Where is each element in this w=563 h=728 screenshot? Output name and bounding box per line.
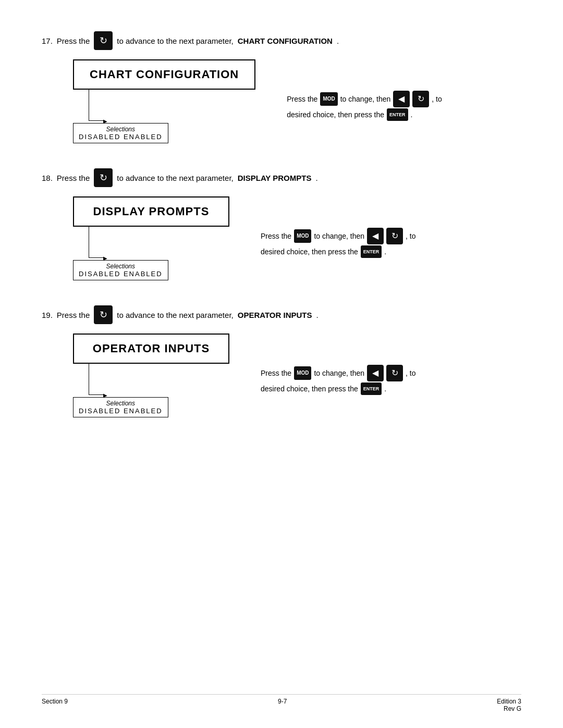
step-18-instr2-suf: . xyxy=(384,244,386,259)
footer-page: 9-7 xyxy=(278,698,287,712)
step-17-refresh-button[interactable]: ↻ xyxy=(412,91,429,107)
step-17-instr1-mid: to change, then xyxy=(340,92,391,106)
step-18-selections-label: Selections xyxy=(79,263,163,270)
step-18-mod-button[interactable]: MOD xyxy=(294,229,311,243)
footer-edition: Edition 3 xyxy=(497,698,521,705)
step-18-number: 18. xyxy=(42,174,53,182)
step-19-param-title: OPERATOR INPUTS xyxy=(93,342,210,355)
step-17-instr-line2: desired choice, then press the ENTER . xyxy=(287,107,442,122)
step-18-intro: 18. Press the ↻ to advance to the next p… xyxy=(42,168,521,187)
step-18-param-name: DISPLAY PROMPTS xyxy=(238,174,312,182)
step-17-instr-line1: Press the MOD to change, then ◀ ↻ , to xyxy=(287,91,442,107)
page-footer: Section 9 9-7 Edition 3 Rev G xyxy=(42,694,521,712)
step-19-mod-button[interactable]: MOD xyxy=(294,366,311,380)
step-19-param-box: OPERATOR INPUTS xyxy=(73,334,229,364)
step-18-instructions: Press the MOD to change, then ◀ ↻ , to d… xyxy=(261,196,415,259)
step-19-instr2-suf: . xyxy=(384,381,386,396)
step-17-selections-box: Selections DISABLED ENABLED xyxy=(73,123,168,143)
step-18-selections-values: DISABLED ENABLED xyxy=(79,270,163,278)
step-18-param-left: DISPLAY PROMPTS Selections DISABLED ENAB… xyxy=(73,196,229,280)
step-19-arrow-left-button[interactable]: ◀ xyxy=(367,365,384,381)
step-18-param-box: DISPLAY PROMPTS xyxy=(73,196,229,227)
step-18-block: 18. Press the ↻ to advance to the next p… xyxy=(42,168,521,280)
step-19-connector-line xyxy=(89,364,104,395)
step-17-instr1-pre: Press the xyxy=(287,92,317,106)
step-19-refresh-button[interactable]: ↻ xyxy=(386,365,403,381)
step-19-instr2-pre: desired choice, then press the xyxy=(261,381,358,396)
step-17-block: 17. Press the ↻ to advance to the next p… xyxy=(42,31,521,143)
step-19-instr-line1: Press the MOD to change, then ◀ ↻ , to xyxy=(261,365,415,381)
step-17-icon: ↻ xyxy=(94,31,113,50)
step-19-selections-label: Selections xyxy=(79,400,163,407)
step-17-intro-suffix: to advance to the next parameter, xyxy=(117,36,233,45)
step-18-param-container: DISPLAY PROMPTS Selections DISABLED ENAB… xyxy=(73,196,521,280)
step-19-selections-box: Selections DISABLED ENABLED xyxy=(73,397,168,417)
step-18-param-title: DISPLAY PROMPTS xyxy=(93,205,210,218)
step-19-intro: 19. Press the ↻ to advance to the next p… xyxy=(42,305,521,324)
step-19-param-container: OPERATOR INPUTS Selections DISABLED ENAB… xyxy=(73,334,521,417)
step-17-connector: Selections DISABLED ENABLED xyxy=(73,90,168,143)
step-19-intro-text: Press the xyxy=(57,311,90,319)
step-19-block: 19. Press the ↻ to advance to the next p… xyxy=(42,305,521,417)
step-19-selections-values: DISABLED ENABLED xyxy=(79,407,163,415)
step-17-instr2-pre: desired choice, then press the xyxy=(287,107,384,122)
step-17-instr2-suf: . xyxy=(411,107,413,122)
step-18-connector: Selections DISABLED ENABLED xyxy=(73,227,168,280)
step-18-instr-line2: desired choice, then press the ENTER . xyxy=(261,244,415,259)
step-18-intro-text: Press the xyxy=(57,174,90,182)
step-18-icon: ↻ xyxy=(94,168,113,187)
footer-right: Edition 3 Rev G xyxy=(497,698,521,712)
footer-section: Section 9 xyxy=(42,698,68,712)
step-17-arrow-left-button[interactable]: ◀ xyxy=(393,91,410,107)
step-18-instr-line1: Press the MOD to change, then ◀ ↻ , to xyxy=(261,228,415,244)
step-17-number: 17. xyxy=(42,36,53,45)
step-18-connector-line xyxy=(89,227,104,258)
step-17-param-name: CHART CONFIGURATION xyxy=(238,36,333,45)
step-19-param-left: OPERATOR INPUTS Selections DISABLED ENAB… xyxy=(73,334,229,417)
step-18-selections-box: Selections DISABLED ENABLED xyxy=(73,260,168,280)
step-17-selections-values: DISABLED ENABLED xyxy=(79,133,163,141)
step-19-icon: ↻ xyxy=(94,305,113,324)
footer-rev: Rev G xyxy=(497,705,521,712)
step-18-refresh-button[interactable]: ↻ xyxy=(386,228,403,244)
step-19-instr1-suf: , to xyxy=(406,366,415,380)
step-19-param-name: OPERATOR INPUTS xyxy=(238,311,312,319)
step-18-intro-suffix: to advance to the next parameter, xyxy=(117,174,233,182)
step-18-arrow-left-button[interactable]: ◀ xyxy=(367,228,384,244)
step-19-connector: Selections DISABLED ENABLED xyxy=(73,364,168,417)
step-18-enter-button[interactable]: ENTER xyxy=(361,245,382,258)
step-17-selections-label: Selections xyxy=(79,126,163,133)
step-19-instr-line2: desired choice, then press the ENTER . xyxy=(261,381,415,396)
step-17-intro: 17. Press the ↻ to advance to the next p… xyxy=(42,31,521,50)
step-17-param-left: CHART CONFIGURATION Selections DISABLED … xyxy=(73,59,255,143)
step-18-instr2-pre: desired choice, then press the xyxy=(261,244,358,259)
step-17-intro-text: Press the xyxy=(57,36,90,45)
step-19-enter-button[interactable]: ENTER xyxy=(361,382,382,395)
step-17-instr1-suf: , to xyxy=(432,92,442,106)
step-19-instructions: Press the MOD to change, then ◀ ↻ , to d… xyxy=(261,334,415,396)
step-17-enter-button[interactable]: ENTER xyxy=(387,108,408,121)
step-19-number: 19. xyxy=(42,311,53,319)
step-18-instr1-mid: to change, then xyxy=(314,229,364,243)
step-18-instr1-suf: , to xyxy=(406,229,415,243)
step-17-connector-line xyxy=(89,90,104,121)
step-17-param-container: CHART CONFIGURATION Selections DISABLED … xyxy=(73,59,521,143)
step-17-param-box: CHART CONFIGURATION xyxy=(73,59,255,90)
step-19-instr1-mid: to change, then xyxy=(314,366,364,380)
step-19-intro-suffix: to advance to the next parameter, xyxy=(117,311,233,319)
step-17-param-title: CHART CONFIGURATION xyxy=(90,68,239,81)
step-19-instr1-pre: Press the xyxy=(261,366,291,380)
step-18-instr1-pre: Press the xyxy=(261,229,291,243)
step-17-mod-button[interactable]: MOD xyxy=(320,92,337,106)
page: 17. Press the ↻ to advance to the next p… xyxy=(0,0,563,728)
step-17-instructions: Press the MOD to change, then ◀ ↻ , to d… xyxy=(287,59,442,122)
